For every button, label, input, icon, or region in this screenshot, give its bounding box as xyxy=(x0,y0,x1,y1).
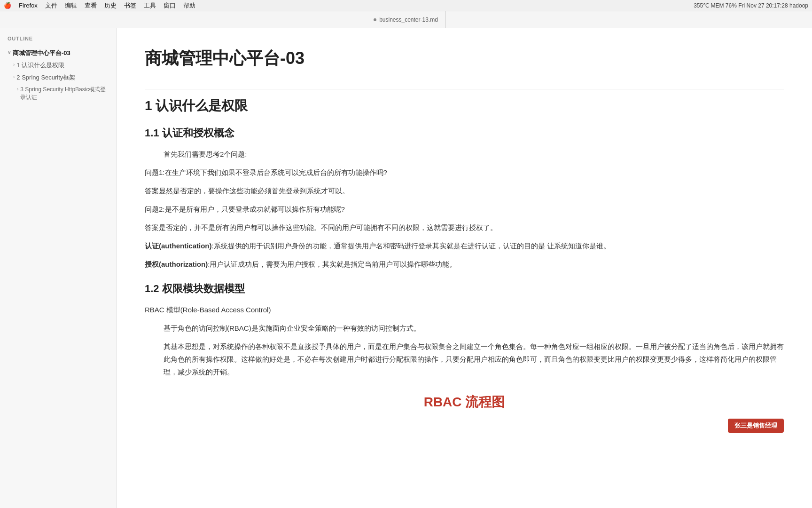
menu-history[interactable]: 历史 xyxy=(104,1,117,10)
tab-title: business_center-13.md xyxy=(379,16,438,23)
menu-help[interactable]: 帮助 xyxy=(183,1,195,10)
section1-title: 1 认识什么是权限 xyxy=(145,97,784,115)
rbac-diagram-title: RBAC 流程图 xyxy=(145,393,784,411)
outline-item-root-label: 商城管理中心平台-03 xyxy=(13,49,70,57)
system-status: 355℃ MEM 76% Fri Nov 27 20:17:28 hadoop xyxy=(694,2,808,9)
question1-text: 问题1:在生产环境下我们如果不登录后台系统可以完成后台的所有功能操作吗? xyxy=(145,166,784,179)
outline-item-3[interactable]: › 3 Spring Security HttpBasic模式登录认证 xyxy=(0,84,116,103)
rbac-badge-container: 张三是销售经理 xyxy=(145,415,784,433)
outline-item-2-label: 2 Spring Security框架 xyxy=(16,73,75,82)
menu-bar: 🍎 Firefox 文件 编辑 查看 历史 书签 工具 窗口 帮助 355℃ M… xyxy=(0,0,812,11)
auth-definition: 认证(authentication):系统提供的用于识别用户身份的功能，通常提供… xyxy=(145,239,784,252)
outline-item-2[interactable]: › 2 Spring Security框架 xyxy=(0,71,116,84)
tab-modified-dot xyxy=(374,18,376,21)
apple-menu[interactable]: 🍎 xyxy=(4,2,11,9)
authz-bold: 授权(authorization) xyxy=(145,260,208,268)
rbac-intro: RBAC 模型(Role-Based Access Control) xyxy=(145,303,784,316)
outline-item-1[interactable]: › 1 认识什么是权限 xyxy=(0,59,116,71)
menu-window[interactable]: 窗口 xyxy=(164,1,176,10)
rbac-desc2: 其基本思想是，对系统操作的各种权限不是直接授予具体的用户，而是在用户集合与权限集… xyxy=(164,340,784,378)
menu-bookmarks[interactable]: 书签 xyxy=(124,1,136,10)
outline-item-3-label: 3 Spring Security HttpBasic模式登录认证 xyxy=(20,86,109,102)
auth-def-rest: :系统提供的用于识别用户身份的功能，通常提供用户名和密码进行登录其实就是在进行认… xyxy=(212,242,610,250)
title-divider xyxy=(145,89,784,89)
menu-view[interactable]: 查看 xyxy=(85,1,97,10)
menu-edit[interactable]: 编辑 xyxy=(65,1,77,10)
chevron-icon: ∨ xyxy=(8,50,11,55)
main-layout: OUTLINE ∨ 商城管理中心平台-03 › 1 认识什么是权限 › 2 Sp… xyxy=(0,28,812,508)
chevron-icon-3: › xyxy=(17,87,18,92)
chevron-icon-1: › xyxy=(13,62,15,67)
chevron-icon-2: › xyxy=(13,74,15,79)
answer2-text: 答案是否定的，并不是所有的用户都可以操作这些功能。不同的用户可能拥有不同的权限，… xyxy=(145,221,784,234)
outline-item-root[interactable]: ∨ 商城管理中心平台-03 xyxy=(0,47,116,59)
section1-sub1-title: 1.1 认证和授权概念 xyxy=(145,126,784,140)
authz-def-rest: :用户认证成功后，需要为用户授权，其实就是指定当前用户可以操作哪些功能。 xyxy=(208,260,456,268)
tab-bar: business_center-13.md xyxy=(0,11,812,28)
app-name[interactable]: Firefox xyxy=(19,2,38,9)
menu-file[interactable]: 文件 xyxy=(45,1,57,10)
rbac-diagram-section: RBAC 流程图 张三是销售经理 xyxy=(145,393,784,433)
menu-bar-right: 355℃ MEM 76% Fri Nov 27 20:17:28 hadoop xyxy=(694,2,808,9)
sidebar: OUTLINE ∨ 商城管理中心平台-03 › 1 认识什么是权限 › 2 Sp… xyxy=(0,28,117,508)
active-tab[interactable]: business_center-13.md xyxy=(366,11,446,28)
rbac-badge: 张三是销售经理 xyxy=(728,419,784,433)
section1-sub2-title: 1.2 权限模块数据模型 xyxy=(145,282,784,296)
menu-tools[interactable]: 工具 xyxy=(144,1,156,10)
content-area: 商城管理中心平台-03 1 认识什么是权限 1.1 认证和授权概念 首先我们需要… xyxy=(117,28,812,508)
outline-item-1-label: 1 认识什么是权限 xyxy=(16,61,64,70)
outline-heading: OUTLINE xyxy=(0,36,116,47)
question2-text: 问题2:是不是所有用户，只要登录成功就都可以操作所有功能呢? xyxy=(145,203,784,215)
authz-definition: 授权(authorization):用户认证成功后，需要为用户授权，其实就是指定… xyxy=(145,258,784,270)
doc-title: 商城管理中心平台-03 xyxy=(145,47,784,74)
intro-text: 首先我们需要思考2个问题: xyxy=(164,148,784,160)
answer1-text: 答案显然是否定的，要操作这些功能必须首先登录到系统才可以。 xyxy=(145,184,784,197)
rbac-desc1: 基于角色的访问控制(RBAC)是实施面向企业安全策略的一种有效的访问控制方式。 xyxy=(164,322,784,334)
auth-bold: 认证(authentication) xyxy=(145,242,212,250)
